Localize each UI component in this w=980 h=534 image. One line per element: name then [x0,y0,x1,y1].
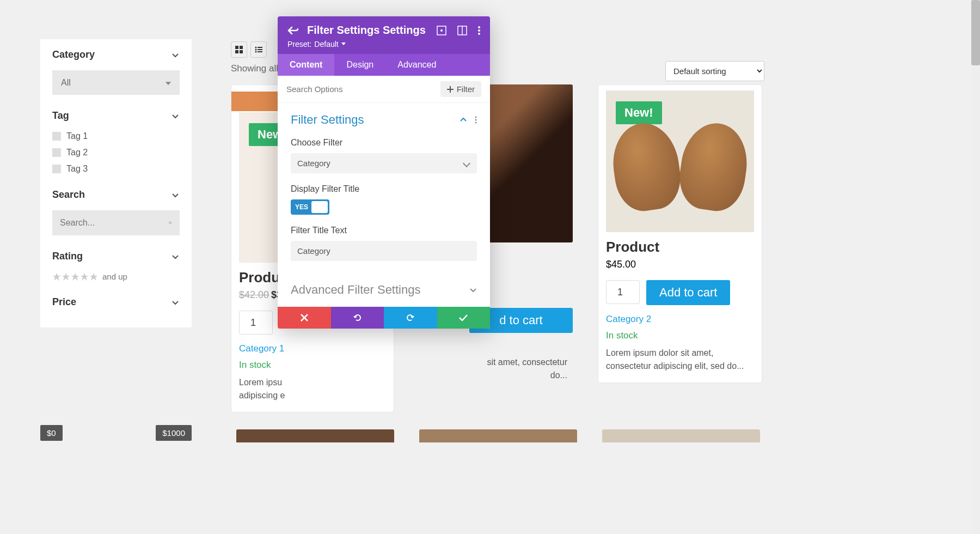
modal-header[interactable]: Filter Settings Settings Preset: Default [278,16,490,54]
stock-status: In stock [606,330,754,341]
back-icon[interactable] [287,26,298,35]
svg-rect-2 [235,46,238,49]
svg-line-1 [171,223,172,224]
price-value: $45.00 [606,259,636,270]
search-field[interactable] [52,210,180,235]
product-description: Lorem ipsuadipiscing e [239,376,386,402]
search-input[interactable] [60,218,169,228]
search-header[interactable]: Search [52,189,180,201]
product-image[interactable] [602,429,760,442]
more-icon[interactable] [478,26,480,35]
svg-point-16 [478,26,480,28]
tab-content[interactable]: Content [278,54,334,76]
product-card: New! Product $45.00 Add to cart Category… [598,84,762,383]
title-text-input[interactable] [291,241,477,261]
rating-section: Rating and up [52,251,180,281]
price-section: Price [52,296,180,308]
plus-icon [447,86,454,93]
svg-point-18 [478,33,480,35]
undo-button[interactable] [331,307,384,329]
undo-icon [353,313,362,322]
search-title: Search [52,189,85,201]
quantity-input[interactable] [606,280,640,304]
grid-view-button[interactable] [231,41,247,58]
product-row-2 [236,429,760,442]
tag-label: Tag 1 [66,131,88,141]
rating-header[interactable]: Rating [52,251,180,262]
choose-filter-select[interactable]: Category [291,153,477,173]
product-title[interactable]: Product [606,239,754,256]
product-category[interactable]: Category 2 [606,314,754,325]
chevron-down-icon [171,298,180,307]
add-filter-button[interactable]: Filter [440,81,481,97]
search-icon[interactable] [169,217,172,229]
category-header[interactable]: Category [52,49,180,60]
title-text-label: Filter Title Text [291,226,477,235]
redo-button[interactable] [384,307,437,329]
confirm-button[interactable] [437,307,491,329]
checkbox-icon[interactable] [52,148,61,157]
scrollbar-track[interactable] [971,0,980,534]
scrollbar-thumb[interactable] [971,0,980,65]
chevron-down-icon [171,112,180,120]
modal-footer [278,307,490,329]
list-view-button[interactable] [250,41,267,58]
tag-label: Tag 2 [66,148,88,157]
chevron-up-icon[interactable] [460,116,467,124]
display-title-toggle[interactable]: YES [291,199,329,215]
grid-icon [235,45,243,54]
price-max-badge[interactable]: $1000 [156,425,192,441]
stock-status: In stock [239,360,386,371]
tab-design[interactable]: Design [334,54,385,76]
svg-rect-5 [240,50,243,53]
svg-point-0 [169,222,171,224]
svg-rect-9 [258,49,262,50]
price-range: $0 $1000 [40,425,192,441]
options-search-input[interactable] [286,84,440,94]
filter-sidebar: Category All Tag Tag 1 Tag 2 Tag 3 Searc… [40,39,192,327]
filter-settings-section[interactable]: Filter Settings [291,113,477,127]
chevron-down-icon [171,51,180,59]
modal-tabs: Content Design Advanced [278,54,490,76]
quantity-input[interactable] [239,311,273,335]
more-icon[interactable] [475,116,477,124]
tab-advanced[interactable]: Advanced [385,54,448,76]
chevron-down-icon [171,191,180,199]
product-description: sit amet, consecteturdo... [420,356,567,382]
product-category[interactable]: Category 1 [239,343,386,354]
svg-rect-3 [240,46,243,49]
tag-item[interactable]: Tag 3 [52,164,180,174]
sort-select[interactable]: Default sorting [665,61,764,81]
old-price: $42.00 [239,289,269,300]
category-select[interactable]: All [52,70,180,95]
columns-icon[interactable] [457,26,467,35]
svg-point-17 [478,29,480,32]
checkbox-icon[interactable] [52,165,61,173]
product-image[interactable]: New! [606,90,754,232]
preset-selector[interactable]: Preset: Default [287,40,480,48]
add-to-cart-button[interactable]: Add to cart [646,280,730,305]
price-header[interactable]: Price [52,296,180,308]
category-section: Category All [52,49,180,95]
tag-section: Tag Tag 1 Tag 2 Tag 3 [52,110,180,174]
tag-item[interactable]: Tag 2 [52,148,180,157]
modal-body: Filter Settings Choose Filter Category D… [278,103,490,307]
checkbox-icon[interactable] [52,132,61,141]
expand-icon[interactable] [437,26,446,35]
tag-item[interactable]: Tag 1 [52,131,180,141]
cancel-button[interactable] [278,307,331,329]
svg-point-13 [440,29,443,32]
product-card [236,429,394,442]
price-min-badge[interactable]: $0 [40,425,63,441]
cart-row: Add to cart [606,280,754,305]
svg-point-20 [475,119,477,121]
product-image[interactable] [236,429,394,442]
advanced-filter-section[interactable]: Advanced Filter Settings [291,283,477,297]
tag-header[interactable]: Tag [52,110,180,122]
tag-title: Tag [52,110,69,122]
category-title: Category [52,49,95,60]
product-image[interactable] [419,429,577,442]
rating-filter[interactable]: and up [52,272,180,281]
svg-point-6 [255,47,257,48]
svg-point-8 [255,49,257,51]
